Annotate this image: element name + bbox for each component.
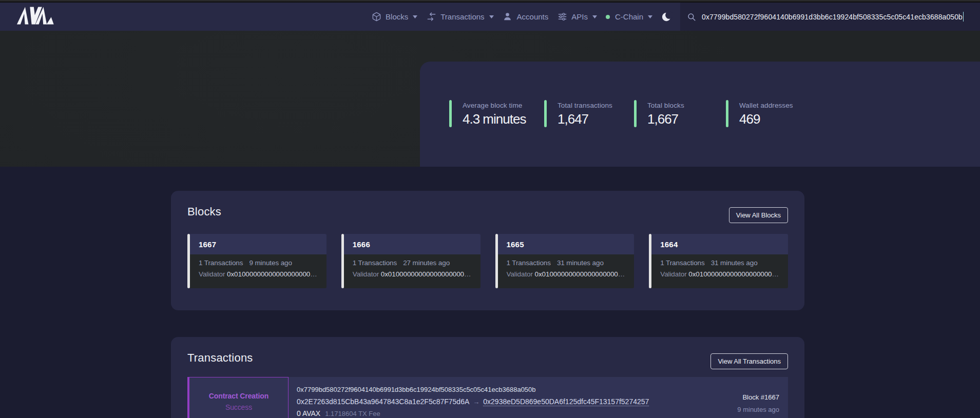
blocks-card: Blocks View All Blocks 1667 1 Transactio… <box>171 191 804 310</box>
block-age: 27 minutes ago <box>403 259 450 267</box>
stat-value: 469 <box>739 111 793 127</box>
dark-mode-toggle[interactable] <box>661 11 672 23</box>
transaction-type: Contract Creation <box>209 392 269 400</box>
stat-accent-bar <box>634 100 637 127</box>
block-card-1664[interactable]: 1664 1 Transactions31 minutes ago Valida… <box>649 234 788 288</box>
validator-label: Validator <box>507 270 533 278</box>
validator-address: 0x01000000000000000000000000000000000000… <box>688 270 781 278</box>
chevron-down-icon <box>648 15 652 18</box>
stats-panel: Average block time 4.3 minutes Total tra… <box>420 62 980 167</box>
view-all-transactions-button[interactable]: View All Transactions <box>710 353 788 369</box>
transaction-block-info: Block #1667 9 minutes ago <box>737 377 788 418</box>
block-tx-count: 1 Transactions <box>353 259 397 267</box>
stat-value: 4.3 minutes <box>463 111 526 127</box>
transaction-fee: 1.1718604 TX Fee <box>325 410 380 417</box>
cube-icon <box>371 12 381 22</box>
person-icon <box>503 12 513 22</box>
validator-label: Validator <box>660 270 686 278</box>
text-caret <box>963 12 964 22</box>
arrow-right-icon: → <box>469 398 483 406</box>
nav-accounts[interactable]: Accounts <box>503 12 549 22</box>
navbar: Blocks Transactions Accounts <box>0 3 980 31</box>
block-tx-count: 1 Transactions <box>660 259 704 267</box>
stat-accent-bar <box>726 100 728 127</box>
transaction-amount: 0 AVAX <box>297 409 320 417</box>
blocks-title: Blocks <box>187 205 221 218</box>
block-number[interactable]: 1665 <box>507 240 524 249</box>
nav-blocks[interactable]: Blocks <box>371 12 417 22</box>
block-age: 9 minutes ago <box>249 259 292 267</box>
transactions-title: Transactions <box>187 351 253 364</box>
nav-blocks-label: Blocks <box>386 12 408 21</box>
block-card-1665[interactable]: 1665 1 Transactions31 minutes ago Valida… <box>495 234 635 288</box>
stats-row: Average block time 4.3 minutes Total tra… <box>420 62 980 127</box>
from-address[interactable]: 0x2E7263d815CbB43a9647843C8a1e2F5c87F75d… <box>297 397 469 406</box>
block-tx-count: 1 Transactions <box>199 259 243 267</box>
avalanche-logo-icon[interactable] <box>17 7 56 27</box>
stat-average-block-time: Average block time 4.3 minutes <box>449 100 544 127</box>
block-number[interactable]: 1667 <box>199 240 216 249</box>
validator-label: Validator <box>199 270 225 278</box>
stat-total-blocks: Total blocks 1,667 <box>634 100 726 127</box>
block-accent-stripe <box>649 234 651 288</box>
block-accent-stripe <box>341 234 344 288</box>
transactions-card: Transactions View All Transactions Contr… <box>171 337 804 418</box>
stat-accent-bar <box>449 100 452 127</box>
nav-apis-label: APIs <box>571 12 588 21</box>
stat-label: Average block time <box>463 102 526 109</box>
nav-transactions[interactable]: Transactions <box>426 12 493 22</box>
sliders-icon <box>557 12 567 22</box>
transaction-status: Success <box>225 403 252 411</box>
chevron-down-icon <box>592 15 597 18</box>
chevron-down-icon <box>413 15 417 18</box>
transaction-details: 0x7799bd580272f9604140b6991d3bb6c19924bf… <box>289 377 737 418</box>
transaction-row[interactable]: Contract Creation Success 0x7799bd580272… <box>187 377 788 418</box>
block-number[interactable]: 1664 <box>660 240 678 249</box>
transaction-block-number[interactable]: Block #1667 <box>737 393 779 401</box>
block-card-1666[interactable]: 1666 1 Transactions27 minutes ago Valida… <box>341 234 481 288</box>
block-tx-count: 1 Transactions <box>507 259 551 267</box>
chevron-down-icon <box>489 15 494 18</box>
stat-accent-bar <box>544 100 547 127</box>
validator-address: 0x01000000000000000000000000000000000000… <box>227 270 319 278</box>
to-address[interactable]: 0x2938eD5D869e50DA6f125dfc45F13157f52742… <box>483 397 649 406</box>
nav-accounts-label: Accounts <box>517 12 549 21</box>
nav-transactions-label: Transactions <box>440 12 484 21</box>
main-content: Blocks View All Blocks 1667 1 Transactio… <box>0 191 980 418</box>
validator-address: 0x01000000000000000000000000000000000000… <box>535 270 627 278</box>
block-number[interactable]: 1666 <box>353 240 370 249</box>
nav-chain-label: C-Chain <box>615 12 643 21</box>
nav-items: Blocks Transactions Accounts <box>371 11 680 23</box>
transaction-age: 9 minutes ago <box>737 406 779 413</box>
block-age: 31 minutes ago <box>711 259 758 267</box>
search-bar[interactable]: 0x7799bd580272f9604140b6991d3bb6c19924bf… <box>680 3 980 31</box>
hero-section: Average block time 4.3 minutes Total tra… <box>0 31 980 167</box>
stat-value: 1,667 <box>647 111 684 127</box>
block-age: 31 minutes ago <box>557 259 604 267</box>
stat-label: Total transactions <box>558 102 612 109</box>
chain-status-dot-icon <box>606 15 610 19</box>
stat-total-transactions: Total transactions 1,647 <box>544 100 634 127</box>
block-card-1667[interactable]: 1667 1 Transactions9 minutes ago Validat… <box>187 234 326 288</box>
validator-address: 0x01000000000000000000000000000000000000… <box>381 270 473 278</box>
block-accent-stripe <box>495 234 498 288</box>
validator-label: Validator <box>353 270 379 278</box>
nav-apis[interactable]: APIs <box>557 12 597 22</box>
nav-chain-selector[interactable]: C-Chain <box>606 12 652 21</box>
search-input[interactable]: 0x7799bd580272f9604140b6991d3bb6c19924bf… <box>702 13 963 21</box>
search-icon <box>687 12 696 22</box>
transaction-hash[interactable]: 0x7799bd580272f9604140b6991d3bb6c19924bf… <box>297 384 737 396</box>
stat-label: Wallet addresses <box>739 102 793 109</box>
stat-value: 1,647 <box>558 111 612 127</box>
swap-arrows-icon <box>426 12 436 22</box>
stat-label: Total blocks <box>647 102 684 109</box>
blocks-grid: 1667 1 Transactions9 minutes ago Validat… <box>187 234 788 288</box>
transaction-type-cell: Contract Creation Success <box>187 377 289 418</box>
view-all-blocks-button[interactable]: View All Blocks <box>729 207 788 223</box>
stat-wallet-addresses: Wallet addresses 469 <box>726 100 793 127</box>
block-accent-stripe <box>187 234 190 288</box>
